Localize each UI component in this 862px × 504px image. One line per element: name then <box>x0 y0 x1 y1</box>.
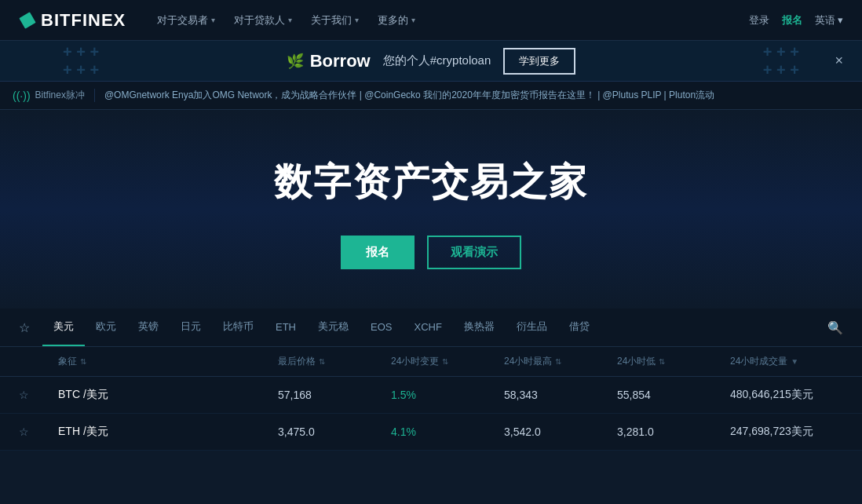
tab-derivatives[interactable]: 衍生品 <box>506 309 558 346</box>
ticker-bar: ((·)) Bitfinex脉冲 @OMGnetwork Enya加入OMG N… <box>0 82 862 110</box>
plus-decoration-left: + + ++ + + <box>63 43 99 79</box>
market-section: ☆ 美元 欧元 英镑 日元 比特币 ETH 美元稳 EOS XCHF 换热器 <box>0 309 862 451</box>
borrow-logo: 🌿 Borrow <box>287 51 371 71</box>
ticker-text: @OMGnetwork Enya加入OMG Network，成为战略合作伙伴 |… <box>104 89 849 102</box>
nav-right: 登录 报名 英语 ▾ <box>749 13 843 27</box>
logo[interactable]: BITFINEX <box>19 10 126 31</box>
plus-decoration-right: + + ++ + + <box>763 43 799 79</box>
row-low: 55,854 <box>617 389 730 401</box>
table-row[interactable]: ☆ BTC /美元 57,168 1.5% 58,343 55,854 480,… <box>0 377 862 414</box>
row-volume: 247,698,723美元 <box>730 425 843 439</box>
row-price: 57,168 <box>278 389 391 401</box>
row-price: 3,475.0 <box>278 425 391 438</box>
market-tabs: ☆ 美元 欧元 英镑 日元 比特币 ETH 美元稳 EOS XCHF 换热器 <box>0 309 862 347</box>
hero-signup-button[interactable]: 报名 <box>341 236 415 269</box>
nav-item-more[interactable]: 更多的 ▾ <box>370 0 423 41</box>
header-high: 24小时最高 ⇅ <box>504 355 617 368</box>
tab-btc[interactable]: 比特币 <box>212 309 265 346</box>
header-change: 24小时变更 ⇅ <box>391 355 504 368</box>
tab-gbp[interactable]: 英镑 <box>127 309 170 346</box>
ticker-wave-icon: ((·)) <box>13 89 31 102</box>
borrow-cta-button[interactable]: 学到更多 <box>503 48 575 75</box>
hero-demo-button[interactable]: 观看演示 <box>427 236 521 269</box>
row-change: 4.1% <box>391 425 504 438</box>
tab-jpy[interactable]: 日元 <box>170 309 212 346</box>
borrow-leaf-icon: 🌿 <box>287 53 304 70</box>
chevron-down-icon: ▾ <box>411 16 415 24</box>
nav-item-traders[interactable]: 对于交易者 ▾ <box>149 0 223 41</box>
language-selector[interactable]: 英语 ▾ <box>815 13 843 27</box>
header-low: 24小时低 ⇅ <box>617 355 730 368</box>
nav-item-about[interactable]: 关于我们 ▾ <box>303 0 367 41</box>
logo-text: BITFINEX <box>41 10 126 31</box>
chevron-down-icon: ▾ <box>211 16 215 24</box>
row-high: 58,343 <box>504 389 617 401</box>
tab-eos[interactable]: EOS <box>360 310 403 345</box>
row-volume: 480,646,215美元 <box>730 388 843 402</box>
borrow-content: 🌿 Borrow 您的个人#cryptoloan 学到更多 <box>287 48 576 75</box>
chevron-down-icon: ▾ <box>288 16 292 24</box>
sort-icon: ⇅ <box>319 357 325 366</box>
tab-eth[interactable]: ETH <box>265 310 307 345</box>
table-row[interactable]: ☆ ETH /美元 3,475.0 4.1% 3,542.0 3,281.0 2… <box>0 414 862 451</box>
sort-icon: ⇅ <box>555 357 561 366</box>
borrow-subtitle: 您的个人#cryptoloan <box>383 53 491 68</box>
header-symbol: 象征 ⇅ <box>58 355 278 368</box>
favorite-icon[interactable]: ☆ <box>19 389 58 401</box>
hero-section: 数字资产交易之家 报名 观看演示 <box>0 110 862 309</box>
tab-xchf[interactable]: XCHF <box>403 310 452 345</box>
nav-item-lenders[interactable]: 对于贷款人 ▾ <box>226 0 300 41</box>
header-volume: 24小时成交量 ▼ <box>730 355 843 368</box>
market-table: 象征 ⇅ 最后价格 ⇅ 24小时变更 ⇅ 24小时最高 ⇅ 24小时低 ⇅ 24… <box>0 347 862 451</box>
row-high: 3,542.0 <box>504 425 617 438</box>
banner-close-button[interactable]: × <box>835 53 843 69</box>
sort-icon: ⇅ <box>80 357 86 366</box>
sort-icon: ⇅ <box>442 357 448 366</box>
favorite-icon[interactable]: ☆ <box>19 425 58 438</box>
header-price: 最后价格 ⇅ <box>278 355 391 368</box>
nav-links: 对于交易者 ▾ 对于贷款人 ▾ 关于我们 ▾ 更多的 ▾ <box>149 0 749 41</box>
sort-icon: ⇅ <box>659 357 665 366</box>
signup-button[interactable]: 报名 <box>782 13 802 27</box>
navbar: BITFINEX 对于交易者 ▾ 对于贷款人 ▾ 关于我们 ▾ 更多的 ▾ 登录… <box>0 0 862 41</box>
tab-eur[interactable]: 欧元 <box>85 309 127 346</box>
row-low: 3,281.0 <box>617 425 730 438</box>
borrow-banner: + + ++ + + 🌿 Borrow 您的个人#cryptoloan 学到更多… <box>0 41 862 82</box>
hero-buttons: 报名 观看演示 <box>341 236 521 269</box>
tab-lending[interactable]: 借贷 <box>558 309 601 346</box>
tab-usd[interactable]: 美元 <box>42 309 85 346</box>
hero-title: 数字资产交易之家 <box>274 157 588 207</box>
table-header: 象征 ⇅ 最后价格 ⇅ 24小时变更 ⇅ 24小时最高 ⇅ 24小时低 ⇅ 24… <box>0 347 862 377</box>
row-symbol: ETH /美元 <box>58 425 278 439</box>
search-icon[interactable]: 🔍 <box>827 309 843 346</box>
ticker-brand: ((·)) Bitfinex脉冲 <box>13 89 95 102</box>
tab-exchange[interactable]: 换热器 <box>453 309 506 346</box>
logo-icon <box>17 9 38 31</box>
row-change: 1.5% <box>391 389 504 401</box>
tab-star-icon[interactable]: ☆ <box>19 309 30 346</box>
chevron-down-icon: ▾ <box>355 16 359 24</box>
tab-usd-stable[interactable]: 美元稳 <box>307 309 360 346</box>
login-button[interactable]: 登录 <box>749 13 769 27</box>
row-symbol: BTC /美元 <box>58 388 278 402</box>
chevron-down-icon: ▾ <box>838 14 843 26</box>
sort-desc-icon: ▼ <box>791 357 798 366</box>
